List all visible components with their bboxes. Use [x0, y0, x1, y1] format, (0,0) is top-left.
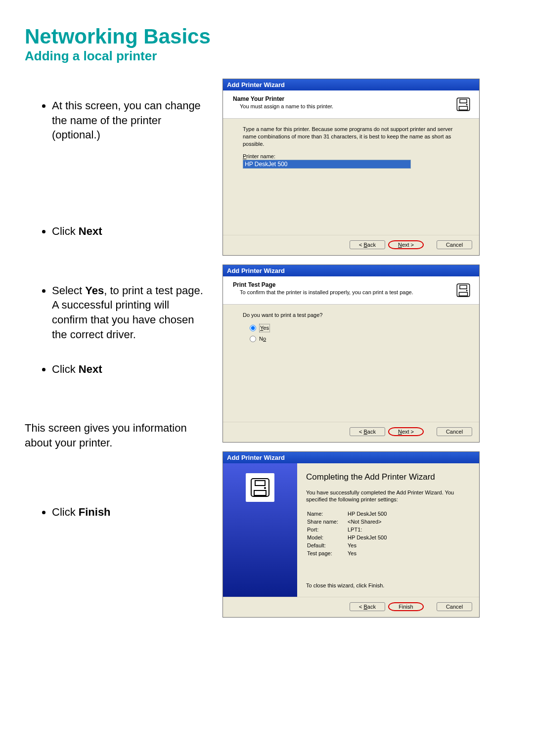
wizard-header-subtitle: You must assign a name to this printer. [240, 103, 333, 109]
radio-no[interactable] [250, 336, 256, 342]
printer-icon [246, 473, 274, 502]
next-button[interactable]: Next > [388, 427, 424, 436]
window-title: Add Printer Wizard [223, 265, 479, 276]
back-button[interactable]: < Back [350, 427, 385, 436]
close-instruction: To close this wizard, click Finish. [306, 582, 470, 588]
printer-name-label: PPrinter name:rinter name: [243, 153, 464, 160]
finish-button[interactable]: Finish [388, 602, 424, 611]
radio-no-label: No [259, 335, 266, 343]
svg-point-2 [466, 104, 468, 105]
wizard-header-subtitle: To confirm that the printer is installed… [240, 289, 413, 295]
instruction-item: At this screen, you can change the name … [52, 98, 208, 142]
cancel-button[interactable]: Cancel [437, 427, 472, 436]
instruction-item: Click Next [52, 362, 208, 377]
page-title: Networking Basics [25, 25, 509, 48]
svg-point-5 [466, 290, 468, 292]
instruction-item: Click Next [52, 224, 208, 239]
svg-point-8 [264, 487, 266, 489]
printer-icon [454, 95, 472, 113]
instruction-item: Click Finish [52, 505, 208, 520]
instruction-paragraph: This screen gives you information about … [25, 421, 208, 450]
settings-table: Name:HP DeskJet 500 Share name:<Not Shar… [306, 509, 388, 558]
cancel-button[interactable]: Cancel [437, 240, 472, 249]
complete-title: Completing the Add Printer Wizard [306, 472, 470, 482]
wizard-complete: Add Printer Wizard Completing the Add Pr… [222, 451, 480, 618]
printer-icon [454, 281, 472, 299]
wizard-header-title: Print Test Page [233, 281, 413, 288]
radio-yes[interactable] [250, 325, 256, 331]
instruction-column: At this screen, you can change the name … [25, 79, 208, 618]
complete-description: You have successfully completed the Add … [306, 489, 470, 503]
radio-yes-label: Yes [259, 324, 270, 332]
window-title: Add Printer Wizard [223, 79, 479, 90]
back-button[interactable]: < Back [350, 240, 385, 249]
wizard-test-page: Add Printer Wizard Print Test Page To co… [222, 265, 480, 443]
wizard-body-text: Type a name for this printer. Because so… [243, 126, 464, 148]
instruction-item: Select Yes, to print a test page. A succ… [52, 283, 208, 342]
wizard-name-printer: Add Printer Wizard Name Your Printer You… [222, 79, 480, 256]
printer-name-input[interactable] [243, 160, 411, 169]
wizard-sidebar-graphic [223, 463, 297, 597]
wizard-header-title: Name Your Printer [233, 95, 333, 102]
window-title: Add Printer Wizard [223, 452, 479, 463]
test-page-question: Do you want to print a test page? [243, 311, 464, 319]
page-subtitle: Adding a local printer [25, 48, 509, 64]
cancel-button[interactable]: Cancel [437, 602, 472, 611]
back-button[interactable]: < Back [350, 602, 385, 611]
next-button[interactable]: Next > [388, 240, 424, 249]
